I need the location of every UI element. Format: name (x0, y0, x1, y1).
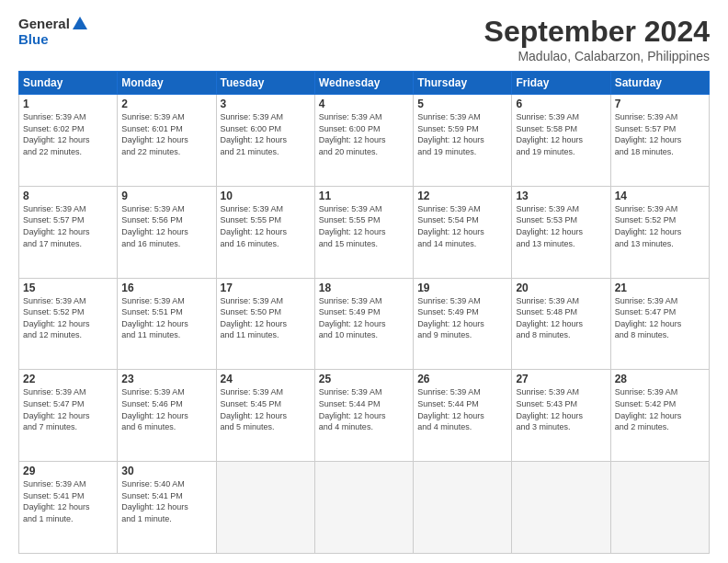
table-row (414, 462, 512, 554)
day-number: 29 (23, 465, 113, 477)
day-number: 10 (221, 190, 311, 202)
logo-blue-text: Blue (18, 31, 49, 47)
table-row: 1Sunrise: 5:39 AM Sunset: 6:02 PM Daylig… (19, 95, 118, 187)
table-row: 6Sunrise: 5:39 AM Sunset: 5:58 PM Daylig… (512, 95, 610, 187)
col-tuesday: Tuesday (216, 72, 314, 95)
table-row: 10Sunrise: 5:39 AM Sunset: 5:55 PM Dayli… (216, 186, 314, 278)
calendar-week-row: 1Sunrise: 5:39 AM Sunset: 6:02 PM Daylig… (19, 95, 710, 187)
day-info: Sunrise: 5:39 AM Sunset: 5:43 PM Dayligh… (516, 386, 606, 432)
table-row: 7Sunrise: 5:39 AM Sunset: 5:57 PM Daylig… (610, 95, 709, 187)
day-number: 9 (121, 190, 211, 202)
day-info: Sunrise: 5:39 AM Sunset: 5:45 PM Dayligh… (221, 386, 311, 432)
table-row: 28Sunrise: 5:39 AM Sunset: 5:42 PM Dayli… (610, 370, 709, 462)
day-info: Sunrise: 5:39 AM Sunset: 5:44 PM Dayligh… (417, 386, 507, 432)
day-info: Sunrise: 5:39 AM Sunset: 5:56 PM Dayligh… (121, 203, 211, 249)
day-number: 18 (319, 282, 409, 294)
day-number: 6 (516, 98, 606, 110)
calendar-week-row: 29Sunrise: 5:39 AM Sunset: 5:41 PM Dayli… (19, 462, 710, 554)
logo-icon (72, 15, 88, 31)
day-info: Sunrise: 5:39 AM Sunset: 6:02 PM Dayligh… (23, 111, 113, 157)
day-number: 17 (221, 282, 311, 294)
day-info: Sunrise: 5:39 AM Sunset: 5:52 PM Dayligh… (23, 295, 113, 341)
day-info: Sunrise: 5:39 AM Sunset: 5:41 PM Dayligh… (23, 478, 113, 524)
day-number: 7 (615, 98, 705, 110)
table-row (314, 462, 413, 554)
table-row: 2Sunrise: 5:39 AM Sunset: 6:01 PM Daylig… (118, 95, 216, 187)
day-info: Sunrise: 5:39 AM Sunset: 5:48 PM Dayligh… (516, 295, 606, 341)
day-number: 5 (417, 98, 507, 110)
day-info: Sunrise: 5:39 AM Sunset: 6:00 PM Dayligh… (319, 111, 409, 157)
page: General Blue September 2024 Madulao, Cal… (0, 0, 728, 563)
day-info: Sunrise: 5:39 AM Sunset: 5:49 PM Dayligh… (417, 295, 507, 341)
day-info: Sunrise: 5:39 AM Sunset: 5:55 PM Dayligh… (319, 203, 409, 249)
table-row: 11Sunrise: 5:39 AM Sunset: 5:55 PM Dayli… (314, 186, 413, 278)
table-row: 8Sunrise: 5:39 AM Sunset: 5:57 PM Daylig… (19, 186, 118, 278)
day-number: 8 (23, 190, 113, 202)
table-row: 15Sunrise: 5:39 AM Sunset: 5:52 PM Dayli… (19, 278, 118, 370)
table-row (216, 462, 314, 554)
col-saturday: Saturday (610, 72, 709, 95)
day-info: Sunrise: 5:39 AM Sunset: 5:53 PM Dayligh… (516, 203, 606, 249)
table-row: 23Sunrise: 5:39 AM Sunset: 5:46 PM Dayli… (118, 370, 216, 462)
day-info: Sunrise: 5:39 AM Sunset: 5:50 PM Dayligh… (221, 295, 311, 341)
day-number: 30 (121, 465, 211, 477)
day-number: 16 (121, 282, 211, 294)
day-info: Sunrise: 5:39 AM Sunset: 5:44 PM Dayligh… (319, 386, 409, 432)
day-number: 20 (516, 282, 606, 294)
day-number: 25 (319, 373, 409, 385)
day-number: 24 (221, 373, 311, 385)
table-row: 21Sunrise: 5:39 AM Sunset: 5:47 PM Dayli… (610, 278, 709, 370)
day-info: Sunrise: 5:39 AM Sunset: 6:00 PM Dayligh… (221, 111, 311, 157)
table-row: 22Sunrise: 5:39 AM Sunset: 5:47 PM Dayli… (19, 370, 118, 462)
day-number: 1 (23, 98, 113, 110)
day-number: 22 (23, 373, 113, 385)
col-sunday: Sunday (19, 72, 118, 95)
day-number: 19 (417, 282, 507, 294)
calendar-table: Sunday Monday Tuesday Wednesday Thursday… (18, 71, 710, 554)
day-info: Sunrise: 5:39 AM Sunset: 5:52 PM Dayligh… (615, 203, 705, 249)
day-number: 21 (615, 282, 705, 294)
col-monday: Monday (118, 72, 216, 95)
day-info: Sunrise: 5:39 AM Sunset: 5:51 PM Dayligh… (121, 295, 211, 341)
day-number: 15 (23, 282, 113, 294)
table-row: 16Sunrise: 5:39 AM Sunset: 5:51 PM Dayli… (118, 278, 216, 370)
day-info: Sunrise: 5:39 AM Sunset: 5:46 PM Dayligh… (121, 386, 211, 432)
table-row (512, 462, 610, 554)
day-info: Sunrise: 5:39 AM Sunset: 5:57 PM Dayligh… (615, 111, 705, 157)
logo-general-text: General (18, 16, 70, 31)
table-row: 20Sunrise: 5:39 AM Sunset: 5:48 PM Dayli… (512, 278, 610, 370)
table-row: 5Sunrise: 5:39 AM Sunset: 5:59 PM Daylig… (414, 95, 512, 187)
svg-marker-0 (73, 17, 87, 29)
table-row: 4Sunrise: 5:39 AM Sunset: 6:00 PM Daylig… (314, 95, 413, 187)
table-row: 27Sunrise: 5:39 AM Sunset: 5:43 PM Dayli… (512, 370, 610, 462)
day-info: Sunrise: 5:39 AM Sunset: 5:42 PM Dayligh… (615, 386, 705, 432)
table-row: 26Sunrise: 5:39 AM Sunset: 5:44 PM Dayli… (414, 370, 512, 462)
month-title: September 2024 (484, 15, 710, 49)
table-row: 18Sunrise: 5:39 AM Sunset: 5:49 PM Dayli… (314, 278, 413, 370)
logo: General Blue (18, 15, 88, 48)
table-row (610, 462, 709, 554)
day-info: Sunrise: 5:39 AM Sunset: 5:57 PM Dayligh… (23, 203, 113, 249)
day-number: 23 (121, 373, 211, 385)
day-info: Sunrise: 5:39 AM Sunset: 5:47 PM Dayligh… (23, 386, 113, 432)
day-info: Sunrise: 5:39 AM Sunset: 5:54 PM Dayligh… (417, 203, 507, 249)
calendar-week-row: 22Sunrise: 5:39 AM Sunset: 5:47 PM Dayli… (19, 370, 710, 462)
location: Madulao, Calabarzon, Philippines (484, 49, 710, 63)
table-row: 19Sunrise: 5:39 AM Sunset: 5:49 PM Dayli… (414, 278, 512, 370)
table-row: 9Sunrise: 5:39 AM Sunset: 5:56 PM Daylig… (118, 186, 216, 278)
day-number: 28 (615, 373, 705, 385)
col-wednesday: Wednesday (314, 72, 413, 95)
day-number: 3 (221, 98, 311, 110)
day-number: 27 (516, 373, 606, 385)
day-number: 12 (417, 190, 507, 202)
header: General Blue September 2024 Madulao, Cal… (18, 15, 710, 63)
table-row: 14Sunrise: 5:39 AM Sunset: 5:52 PM Dayli… (610, 186, 709, 278)
day-info: Sunrise: 5:39 AM Sunset: 5:59 PM Dayligh… (417, 111, 507, 157)
day-number: 13 (516, 190, 606, 202)
day-info: Sunrise: 5:40 AM Sunset: 5:41 PM Dayligh… (121, 478, 211, 524)
calendar-header-row: Sunday Monday Tuesday Wednesday Thursday… (19, 72, 710, 95)
day-info: Sunrise: 5:39 AM Sunset: 5:47 PM Dayligh… (615, 295, 705, 341)
table-row: 30Sunrise: 5:40 AM Sunset: 5:41 PM Dayli… (118, 462, 216, 554)
table-row: 12Sunrise: 5:39 AM Sunset: 5:54 PM Dayli… (414, 186, 512, 278)
table-row: 17Sunrise: 5:39 AM Sunset: 5:50 PM Dayli… (216, 278, 314, 370)
